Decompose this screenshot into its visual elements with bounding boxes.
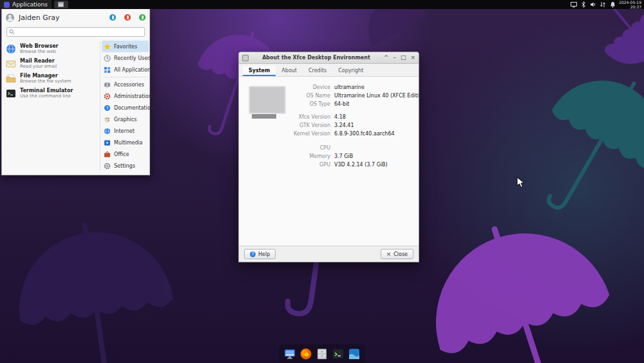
tab-copyright[interactable]: Copyright: [332, 66, 369, 76]
tab-about[interactable]: About: [276, 66, 303, 76]
dock: [279, 344, 365, 363]
search-input[interactable]: [17, 28, 144, 35]
clock[interactable]: 2024-05-19 20:37: [619, 0, 641, 9]
launcher-name: File Manager: [20, 73, 71, 79]
accessories-icon: [104, 81, 111, 88]
field-row: Xfce Version 4.18: [239, 113, 415, 121]
grid-icon: [104, 66, 111, 74]
help-button[interactable]: ? Help: [244, 249, 276, 259]
dialog-footer: ? Help × Close: [239, 246, 419, 262]
dock-file-cabinet-icon[interactable]: [316, 348, 328, 360]
mouse-cursor: [516, 177, 526, 188]
about-dialog: About the Xfce Desktop Environment ^ – □…: [238, 52, 419, 262]
category-graphics[interactable]: Graphics: [102, 113, 149, 125]
launcher-name: Mail Reader: [20, 58, 57, 64]
favorites-list: Web Browser Browse the web Mail Reader R…: [5, 41, 99, 101]
category-separator: [103, 77, 147, 77]
tab-credits[interactable]: Credits: [303, 66, 332, 76]
field-row: GTK Version 3.24.41: [239, 121, 415, 130]
top-panel: Applications 2024-05-19 20:37: [0, 0, 644, 9]
menu-logout-icon[interactable]: [139, 14, 146, 21]
category-all-applications[interactable]: All Applications: [102, 64, 149, 75]
category-settings[interactable]: Settings: [102, 160, 149, 172]
dialog-title: About the Xfce Desktop Environment: [249, 55, 384, 61]
launcher-desc: Read your email: [20, 64, 57, 69]
applications-menu-button[interactable]: Applications: [0, 0, 52, 9]
minimize-button[interactable]: –: [393, 55, 396, 61]
desktop: Applications 2024-05-19 20:37: [0, 0, 644, 363]
whisker-menu-header: Jaiden Gray: [2, 9, 149, 26]
gear-icon: [104, 162, 111, 170]
launcher-file-manager[interactable]: File Manager Browse the file system: [5, 71, 99, 86]
dialog-tabs: System About Credits Copyright: [239, 64, 419, 77]
close-dialog-button[interactable]: × Close: [381, 249, 413, 259]
applications-label: Applications: [12, 1, 48, 8]
category-documentation[interactable]: ? Documentation: [102, 102, 149, 113]
category-administration[interactable]: Administration: [102, 90, 149, 102]
category-internet[interactable]: Internet: [102, 125, 149, 137]
launcher-terminal[interactable]: Terminal Emulator Use the command line: [5, 86, 99, 101]
launcher-name: Terminal Emulator: [20, 88, 73, 93]
display-tray-icon[interactable]: [571, 1, 577, 8]
network-icon[interactable]: [600, 1, 606, 8]
clock-icon: [104, 55, 111, 62]
field-row: OS Type 64-bit: [239, 100, 415, 108]
svg-text:?: ?: [106, 105, 109, 110]
dock-terminal-icon[interactable]: [332, 348, 345, 360]
clock-time: 20:37: [619, 5, 641, 9]
menu-lock-icon[interactable]: [124, 14, 131, 21]
taskbar-window-button[interactable]: [54, 1, 68, 8]
category-favorites[interactable]: Favorites: [102, 41, 149, 52]
dock-firefox-icon[interactable]: [299, 348, 312, 360]
system-tab-content: Device ultramarine OS Name Ultramarine L…: [239, 77, 419, 246]
help-icon: ?: [250, 251, 256, 257]
launcher-web-browser[interactable]: Web Browser Browse the web: [5, 41, 99, 56]
menu-settings-icon[interactable]: [109, 14, 116, 21]
launcher-desc: Use the command line: [20, 93, 73, 99]
globe-icon: [104, 128, 111, 135]
category-office[interactable]: Office: [102, 148, 149, 160]
office-icon: [104, 151, 111, 158]
web-browser-icon: [6, 44, 16, 54]
field-row: Memory 3.7 GiB: [239, 152, 415, 161]
file-manager-icon: [6, 74, 16, 84]
window-menu-button[interactable]: [242, 55, 249, 61]
category-accessories[interactable]: Accessories: [102, 79, 149, 90]
terminal-icon: [6, 88, 16, 99]
launcher-desc: Browse the web: [20, 49, 59, 54]
field-row: OS Name Ultramarine Linux 40 (XFCE Editi…: [239, 92, 415, 100]
field-row: Device ultramarine: [239, 83, 415, 92]
volume-icon[interactable]: [590, 1, 596, 8]
field-row: CPU: [239, 144, 415, 152]
window-icon: [58, 2, 64, 7]
graphics-icon: [104, 116, 111, 123]
launcher-mail-reader[interactable]: Mail Reader Read your email: [5, 56, 99, 71]
search-icon: [9, 29, 15, 35]
username: Jaiden Gray: [19, 14, 60, 22]
search-field[interactable]: [6, 27, 145, 37]
close-button[interactable]: ×: [410, 55, 415, 61]
distro-logo-icon: [4, 2, 10, 8]
dialog-titlebar[interactable]: About the Xfce Desktop Environment ^ – □…: [239, 52, 419, 64]
system-tray: 2024-05-19 20:37: [571, 0, 644, 9]
field-row: Kernel Version 6.8.9-300.fc40.aarch64: [239, 130, 415, 138]
category-list: Favorites Recently Used All Applications…: [102, 41, 149, 172]
close-icon: ×: [386, 251, 392, 257]
launcher-desc: Browse the file system: [20, 79, 71, 84]
menu-column-divider: [100, 41, 100, 171]
dock-files-icon[interactable]: [348, 348, 361, 360]
bluetooth-icon[interactable]: [580, 1, 587, 8]
user-avatar: [6, 14, 14, 22]
field-row: GPU V3D 4.2.14 (3.7 GiB): [239, 161, 415, 169]
dock-display-icon[interactable]: [283, 348, 296, 360]
tab-system[interactable]: System: [243, 66, 276, 76]
launcher-name: Web Browser: [20, 43, 59, 49]
category-recently-used[interactable]: Recently Used: [102, 52, 149, 64]
category-multimedia[interactable]: Multimedia: [102, 137, 149, 148]
shade-button[interactable]: ^: [384, 55, 389, 61]
star-icon: [104, 43, 111, 50]
documentation-icon: ?: [104, 104, 111, 112]
notifications-bell-icon[interactable]: [609, 1, 616, 8]
whisker-menu: Jaiden Gray Web Browser Browse the web: [1, 9, 150, 175]
maximize-button[interactable]: □: [401, 55, 406, 61]
